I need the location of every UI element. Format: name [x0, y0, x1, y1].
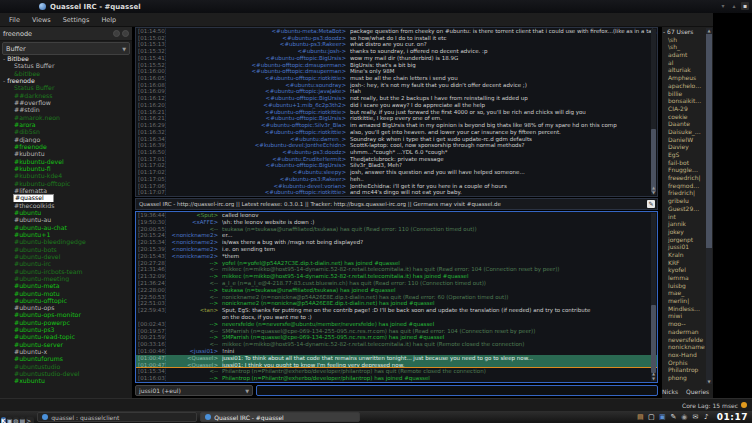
buffer-item[interactable]: &bitlbee	[0, 70, 131, 77]
scrollbar-thumb[interactable]	[651, 305, 656, 372]
nick-item[interactable]: jokey	[662, 228, 705, 236]
nick-item[interactable]: Kraln	[662, 251, 705, 259]
nick-item[interactable]: int	[662, 213, 705, 221]
launcher-icon[interactable]: ◍	[13, 417, 18, 423]
nick-item[interactable]: lemma	[662, 274, 705, 282]
nick-item[interactable]: phong	[662, 374, 705, 382]
buffer-item[interactable]: #ubuntu-bleedingedge	[0, 238, 131, 245]
buffer-item[interactable]: #ubuntu-meeting	[0, 275, 131, 282]
nick-item[interactable]: naderman	[662, 328, 705, 336]
nick-item[interactable]: miwi	[662, 312, 705, 320]
buffer-item[interactable]: ##darkness	[0, 92, 131, 99]
identity-selector[interactable]: jussi01 (+eul) ▼	[135, 385, 253, 396]
buffer-item[interactable]: #kubuntu-fi	[0, 165, 131, 172]
task-button[interactable]: quassel : quasselclient	[37, 412, 197, 422]
maximize-button[interactable]: ▴	[730, 2, 738, 10]
tray-icon[interactable]: ✉	[691, 413, 700, 422]
launcher-icon[interactable]: ▤	[20, 417, 26, 423]
menu-item[interactable]: File	[3, 16, 26, 24]
nick-item[interactable]: alturiak	[662, 66, 705, 74]
nick-item[interactable]: Daisuke_…	[662, 128, 705, 136]
tray-icon[interactable]: ▤	[636, 413, 645, 422]
menu-item[interactable]: Views	[26, 16, 57, 24]
nick-item[interactable]: jorgenpt	[662, 236, 705, 244]
nick-item[interactable]: \sh_	[662, 43, 705, 51]
channel-scrollbar[interactable]: ▲▼	[651, 213, 656, 381]
nick-item[interactable]: billie	[662, 90, 705, 98]
nick-item[interactable]: merlin|	[662, 297, 705, 305]
close-button[interactable]: ▪	[741, 2, 749, 10]
tray-icon[interactable]: ▣	[658, 413, 667, 422]
launcher-icon[interactable]: >_	[26, 417, 34, 423]
nick-item[interactable]: jannik	[662, 220, 705, 228]
menu-item[interactable]: Help	[95, 16, 122, 24]
nick-item[interactable]: mae_	[662, 289, 705, 297]
nick-item[interactable]: KRF	[662, 259, 705, 267]
buffer-item[interactable]: #ubuntu-devel	[0, 253, 131, 260]
buffer-filter-button[interactable]	[113, 30, 120, 37]
topic-edit-icon[interactable]: ✎	[647, 200, 655, 208]
tray-icon[interactable]: ◉	[680, 413, 689, 422]
nick-item[interactable]: apachelo…	[662, 82, 705, 90]
buffer-item[interactable]: Bitlbee	[0, 55, 131, 62]
nick-item[interactable]: fail-bot	[662, 159, 705, 167]
nick-item[interactable]: Philantrop	[662, 366, 705, 374]
buffer-item[interactable]: freenode	[0, 77, 131, 84]
buffer-item[interactable]: #ubuntu+1	[0, 231, 131, 238]
buffer-item[interactable]: #lifematta	[0, 187, 131, 194]
buffer-item[interactable]: #ubuntu-au	[0, 216, 131, 223]
buffer-item[interactable]: #quassel	[0, 194, 131, 201]
nick-item[interactable]: neversfelde	[662, 336, 705, 344]
buffer-config-button[interactable]	[122, 30, 129, 37]
nick-item[interactable]: freqmod…	[662, 182, 705, 190]
nick-item[interactable]: \sh	[662, 36, 705, 44]
buffer-item[interactable]: #amarok.neon	[0, 114, 131, 121]
launcher-icon[interactable]: K	[1, 417, 6, 423]
launcher-icon[interactable]: ▣	[7, 417, 13, 423]
nick-item[interactable]: Ampheus	[662, 74, 705, 82]
buffer-item[interactable]: #ubuntu-server	[0, 341, 131, 348]
buffer-item[interactable]: #ubuntu-motu	[0, 290, 131, 297]
scroll-down-icon[interactable]: ▼	[706, 379, 712, 384]
buffer-item[interactable]: #django	[0, 136, 131, 143]
buffer-item[interactable]: ##overflow	[0, 99, 131, 106]
scroll-up-icon[interactable]: ▲	[706, 28, 712, 33]
nick-item[interactable]: Fnuggle…	[662, 166, 705, 174]
buffer-item[interactable]: #ubuntu-read-topic	[0, 333, 131, 340]
dock-tab[interactable]: Nicks	[658, 385, 682, 398]
nick-item[interactable]: CIA-29	[662, 105, 705, 113]
nick-item[interactable]: jussi01	[662, 243, 705, 251]
buffer-item[interactable]: #ubuntustudio-devel	[0, 370, 131, 377]
buffer-item[interactable]: Status Buffer	[0, 84, 131, 91]
tray-icon[interactable]: ♪	[702, 413, 711, 422]
buffer-item[interactable]: #ubuntu-offtopic	[0, 297, 131, 304]
scrollbar-thumb[interactable]	[651, 129, 656, 192]
buffer-item[interactable]: #ubuntuforums	[0, 355, 131, 362]
buffer-item[interactable]: #kubuntu-devel	[0, 158, 131, 165]
nick-item[interactable]: Mindless…	[662, 305, 705, 313]
nick-item[interactable]: bonsaikit…	[662, 97, 705, 105]
nick-item[interactable]: gribelu	[662, 197, 705, 205]
nick-item[interactable]: moo--	[662, 320, 705, 328]
nick-item[interactable]: DanielW	[662, 136, 705, 144]
scrollbar-thumb[interactable]	[706, 34, 712, 248]
buffer-item[interactable]: #ubuntu-powerpc	[0, 319, 131, 326]
nick-item[interactable]: adamt	[662, 51, 705, 59]
buffer-item[interactable]: #ubuntu	[0, 209, 131, 216]
nick-item[interactable]: nox-Hand	[662, 351, 705, 359]
buffer-item[interactable]: #ubuntu-ops-monitor	[0, 311, 131, 318]
buffer-item[interactable]: #ubuntu-meta	[0, 282, 131, 289]
buffer-item[interactable]: #ubuntu-irc	[0, 260, 131, 267]
buffer-item[interactable]: #arora	[0, 121, 131, 128]
buffer-item[interactable]: ##stdin	[0, 106, 131, 113]
nick-tree-root[interactable]: - 67 Users	[662, 28, 705, 36]
buffer-item[interactable]: #ubuntu-bots	[0, 246, 131, 253]
nick-item[interactable]: EgS	[662, 151, 705, 159]
buffer-item[interactable]: #ubuntustudio	[0, 363, 131, 370]
buffer-view-selector[interactable]: Buffer ▼	[2, 42, 130, 55]
buffer-item[interactable]: #thecoolkids	[0, 202, 131, 209]
shade-button[interactable]: ▾	[719, 2, 727, 10]
dock-tab[interactable]: Queries	[682, 385, 713, 398]
scroll-arrows-icon[interactable]: ▲▼	[651, 186, 656, 195]
task-button[interactable]: Quassel IRC - #quassel	[200, 412, 360, 422]
